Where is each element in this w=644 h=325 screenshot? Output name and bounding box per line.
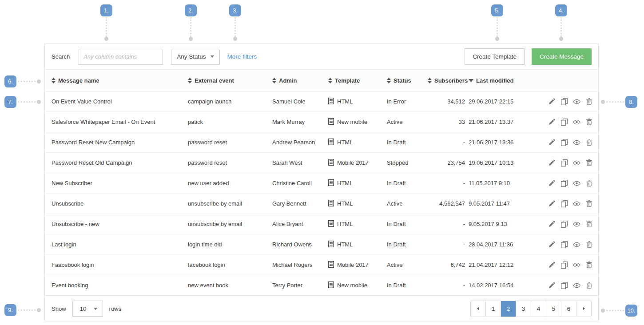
subscribers-cell: - bbox=[428, 214, 469, 234]
delete-icon[interactable] bbox=[586, 139, 592, 146]
table-row[interactable]: Password Reset Old Campaign password res… bbox=[45, 153, 598, 173]
status-cell: In Draft bbox=[387, 173, 428, 194]
view-icon[interactable] bbox=[573, 119, 580, 125]
table-row[interactable]: Password Reset New Campaign password res… bbox=[45, 132, 598, 153]
status-cell: In Draft bbox=[387, 234, 428, 255]
table-row[interactable]: Unsubscribe - new unsubscribe by email A… bbox=[45, 214, 598, 234]
rows-per-page-dropdown[interactable]: 10 bbox=[72, 301, 103, 317]
template-cell: HTML bbox=[328, 214, 387, 234]
table-row[interactable]: Salesforce Whitepaper Email - On Event p… bbox=[45, 112, 598, 132]
edit-icon[interactable] bbox=[549, 180, 555, 186]
table-row[interactable]: New Subscriber new user added Christine … bbox=[45, 173, 598, 194]
view-icon[interactable] bbox=[573, 160, 580, 166]
callout-3: 3. bbox=[229, 4, 241, 41]
delete-icon[interactable] bbox=[586, 221, 592, 227]
view-icon[interactable] bbox=[573, 283, 580, 288]
edit-icon[interactable] bbox=[549, 282, 555, 289]
column-header-status[interactable]: Status bbox=[387, 70, 428, 91]
table-row[interactable]: Unsubscribe unsubscribe by email Gary Be… bbox=[45, 194, 598, 214]
external-event-cell: unsubscribe by email bbox=[188, 194, 272, 214]
search-input[interactable] bbox=[79, 49, 163, 65]
column-header-last-modified[interactable]: Last modified bbox=[469, 70, 533, 91]
template-document-icon bbox=[328, 179, 334, 187]
view-icon[interactable] bbox=[573, 242, 580, 247]
duplicate-icon[interactable] bbox=[561, 98, 568, 105]
status-cell: In Draft bbox=[387, 214, 428, 234]
callout-8-dot bbox=[601, 100, 605, 104]
external-event-cell: new user added bbox=[188, 173, 272, 194]
edit-icon[interactable] bbox=[549, 119, 555, 125]
edit-icon[interactable] bbox=[549, 241, 555, 248]
delete-icon[interactable] bbox=[586, 282, 592, 289]
edit-icon[interactable] bbox=[549, 159, 555, 166]
delete-icon[interactable] bbox=[586, 159, 592, 166]
row-actions bbox=[533, 194, 598, 214]
subscribers-cell: - bbox=[428, 173, 469, 194]
template-cell: HTML bbox=[328, 132, 387, 153]
duplicate-icon[interactable] bbox=[561, 282, 568, 289]
delete-icon[interactable] bbox=[586, 119, 592, 125]
delete-icon[interactable] bbox=[586, 262, 592, 268]
callout-5-badge: 5. bbox=[491, 4, 503, 16]
status-cell: In Error bbox=[387, 91, 428, 112]
status-cell: In Draft bbox=[387, 132, 428, 153]
column-header-external-event[interactable]: External event bbox=[188, 70, 272, 91]
edit-icon[interactable] bbox=[549, 221, 555, 227]
duplicate-icon[interactable] bbox=[561, 159, 568, 166]
table-row[interactable]: Event booking new event book Terry Porte… bbox=[45, 275, 598, 296]
duplicate-icon[interactable] bbox=[561, 241, 568, 248]
row-actions bbox=[533, 91, 598, 112]
page-button-4[interactable]: 4 bbox=[531, 301, 546, 317]
page-button-3[interactable]: 3 bbox=[516, 301, 531, 317]
table-row[interactable]: On Event Value Control campaign launch S… bbox=[45, 91, 598, 112]
view-icon[interactable] bbox=[573, 262, 580, 268]
caret-left-icon bbox=[477, 307, 479, 310]
table-row[interactable]: Last login login time old Richard Owens … bbox=[45, 234, 598, 255]
page-button-5[interactable]: 5 bbox=[546, 301, 561, 317]
edit-icon[interactable] bbox=[549, 139, 555, 146]
template-cell: New mobile bbox=[328, 275, 387, 296]
more-filters-link[interactable]: More filters bbox=[227, 53, 257, 60]
message-name-cell: Last login bbox=[45, 234, 188, 255]
prev-page-button[interactable] bbox=[471, 301, 485, 317]
delete-icon[interactable] bbox=[586, 98, 592, 105]
duplicate-icon[interactable] bbox=[561, 262, 568, 269]
view-icon[interactable] bbox=[573, 140, 580, 145]
messages-table: Message name External event Admin Templa… bbox=[45, 69, 598, 296]
duplicate-icon[interactable] bbox=[561, 119, 568, 126]
next-page-button[interactable] bbox=[576, 301, 591, 317]
view-icon[interactable] bbox=[573, 201, 580, 206]
column-header-message-name[interactable]: Message name bbox=[45, 70, 188, 91]
view-icon[interactable] bbox=[573, 99, 580, 104]
edit-icon[interactable] bbox=[549, 98, 555, 105]
pagination: 123456 bbox=[470, 301, 592, 317]
delete-icon[interactable] bbox=[586, 200, 592, 207]
edit-icon[interactable] bbox=[549, 200, 555, 207]
edit-icon[interactable] bbox=[549, 262, 555, 268]
column-header-admin[interactable]: Admin bbox=[272, 70, 328, 91]
create-template-button[interactable]: Create Template bbox=[465, 48, 525, 65]
delete-icon[interactable] bbox=[586, 180, 592, 186]
page-button-6[interactable]: 6 bbox=[561, 301, 576, 317]
callout-1: 1. bbox=[100, 4, 112, 41]
duplicate-icon[interactable] bbox=[561, 139, 568, 146]
table-row[interactable]: Faacebook login facebook login Michael R… bbox=[45, 255, 598, 275]
view-icon[interactable] bbox=[573, 181, 580, 186]
duplicate-icon[interactable] bbox=[561, 180, 568, 187]
callout-7-dot bbox=[37, 100, 41, 104]
last-modified-cell: 21.06.2017 13:37 bbox=[469, 112, 533, 132]
create-message-button[interactable]: Create Message bbox=[532, 48, 592, 65]
status-filter-dropdown[interactable]: Any Status bbox=[171, 49, 219, 65]
page-button-1[interactable]: 1 bbox=[485, 301, 501, 317]
column-header-subscribers[interactable]: Subscribers bbox=[428, 70, 469, 91]
delete-icon[interactable] bbox=[586, 241, 592, 248]
column-header-template[interactable]: Template bbox=[328, 70, 387, 91]
callout-10-dot bbox=[601, 309, 605, 313]
admin-cell: Richard Owens bbox=[272, 234, 328, 255]
table-body: On Event Value Control campaign launch S… bbox=[45, 91, 598, 296]
duplicate-icon[interactable] bbox=[561, 221, 568, 228]
view-icon[interactable] bbox=[573, 222, 580, 227]
page-button-2[interactable]: 2 bbox=[501, 301, 516, 317]
external-event-cell: password reset bbox=[188, 153, 272, 173]
duplicate-icon[interactable] bbox=[561, 200, 568, 207]
